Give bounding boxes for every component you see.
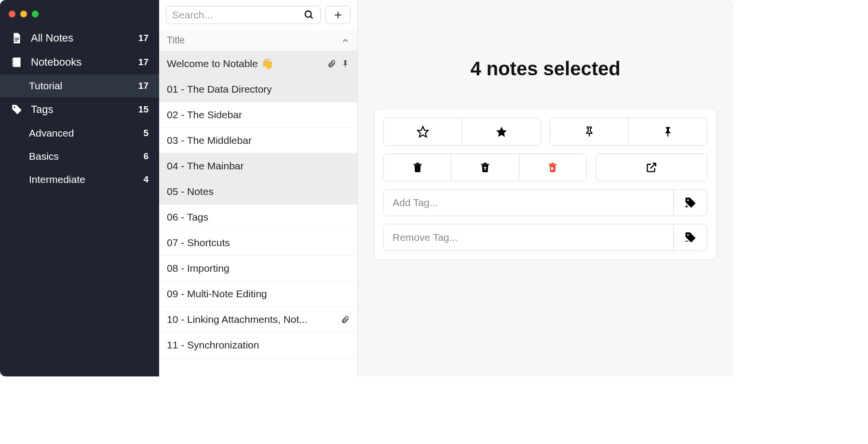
sidebar-item-advanced[interactable]: Advanced5 xyxy=(0,122,159,145)
trash-delete-icon xyxy=(546,161,559,174)
svg-rect-10 xyxy=(345,65,346,67)
favorite-button[interactable] xyxy=(462,118,541,145)
add-tag-button[interactable]: + xyxy=(673,190,707,216)
sidebar-item-basics[interactable]: Basics6 xyxy=(0,145,159,168)
open-group xyxy=(596,153,707,181)
svg-text:−: − xyxy=(685,237,689,244)
note-list: Welcome to Notable 👋01 - The Data Direct… xyxy=(159,51,357,376)
note-title: 05 - Notes xyxy=(167,186,350,197)
sidebar-item-tags[interactable]: Tags15 xyxy=(0,97,159,122)
note-item[interactable]: 08 - Importing xyxy=(159,256,357,281)
note-title: 08 - Importing xyxy=(167,263,350,274)
trash-group xyxy=(383,153,587,181)
sidebar-item-label: All Notes xyxy=(31,32,138,44)
note-item[interactable]: 06 - Tags xyxy=(159,205,357,230)
note-title: 03 - The Middlebar xyxy=(167,135,350,146)
search-box[interactable] xyxy=(166,6,321,24)
sidebar-item-count: 17 xyxy=(138,81,149,91)
note-item[interactable]: 07 - Shortcuts xyxy=(159,230,357,256)
star-outline-icon xyxy=(417,125,429,138)
pin-filled-icon xyxy=(662,125,674,138)
trash-button[interactable] xyxy=(384,154,451,181)
sidebar-item-intermediate[interactable]: Intermediate4 xyxy=(0,168,159,191)
attachment-icon xyxy=(327,59,336,68)
note-item[interactable]: Welcome to Notable 👋 xyxy=(159,51,357,77)
attachment-icon xyxy=(341,315,350,324)
note-title: 06 - Tags xyxy=(167,211,350,223)
pin-group xyxy=(550,118,707,146)
svg-rect-0 xyxy=(13,57,20,67)
pin-outline-icon xyxy=(583,125,596,138)
note-item[interactable]: 02 - The Sidebar xyxy=(159,102,357,128)
selection-heading: 4 notes selected xyxy=(470,58,620,80)
note-title: 11 - Synchronization xyxy=(167,339,350,351)
action-row-1 xyxy=(383,118,707,146)
delete-permanently-button[interactable] xyxy=(519,154,586,181)
sidebar-item-label: Tutorial xyxy=(29,80,138,92)
note-item[interactable]: 01 - The Data Directory xyxy=(159,77,357,102)
note-title: 04 - The Mainbar xyxy=(167,160,350,172)
svg-rect-14 xyxy=(667,133,668,137)
search-row xyxy=(159,0,357,30)
remove-tag-button[interactable]: − xyxy=(673,224,707,250)
svg-rect-2 xyxy=(12,61,14,62)
svg-line-7 xyxy=(311,16,313,19)
remove-tag-row: − xyxy=(383,224,707,251)
note-item[interactable]: 09 - Multi-Note Editing xyxy=(159,281,357,307)
middlebar: Title Welcome to Notable 👋01 - The Data … xyxy=(159,0,358,376)
note-item[interactable]: 05 - Notes xyxy=(159,179,357,205)
trash-icon xyxy=(411,161,424,174)
sidebar-item-tutorial[interactable]: Tutorial17 xyxy=(0,74,159,97)
note-item[interactable]: 11 - Synchronization xyxy=(159,333,357,358)
action-row-2 xyxy=(383,153,707,181)
sidebar-item-label: Basics xyxy=(29,151,143,162)
sidebar-item-label: Tags xyxy=(31,103,138,116)
sidebar-item-notebooks[interactable]: Notebooks17 xyxy=(0,50,159,74)
sidebar: All Notes17Notebooks17Tutorial17Tags15Ad… xyxy=(0,0,159,376)
svg-text:+: + xyxy=(685,203,689,209)
remove-tag-input[interactable] xyxy=(384,224,673,250)
minimize-window-button[interactable] xyxy=(20,11,27,17)
note-title: Welcome to Notable 👋 xyxy=(167,58,327,69)
note-item[interactable]: 10 - Linking Attachments, Not... xyxy=(159,307,357,333)
sidebar-item-count: 4 xyxy=(143,174,149,185)
sidebar-item-label: Notebooks xyxy=(31,56,138,69)
sidebar-item-label: Advanced xyxy=(29,127,143,139)
svg-rect-4 xyxy=(12,65,14,66)
favorite-group xyxy=(383,118,541,146)
trash-restore-icon xyxy=(479,161,491,174)
note-title: 01 - The Data Directory xyxy=(167,83,350,95)
tag-icon xyxy=(11,103,23,116)
notebooks-icon xyxy=(11,56,23,69)
add-tag-row: + xyxy=(383,189,707,216)
new-note-button[interactable] xyxy=(326,6,351,24)
sort-header[interactable]: Title xyxy=(159,30,357,51)
svg-line-15 xyxy=(651,163,656,168)
open-external-button[interactable] xyxy=(596,154,707,181)
sidebar-item-count: 17 xyxy=(138,33,149,43)
close-window-button[interactable] xyxy=(9,11,15,17)
restore-button[interactable] xyxy=(451,154,519,181)
note-item[interactable]: 04 - The Mainbar xyxy=(159,153,357,179)
multi-edit-panel: + − xyxy=(374,109,717,260)
sidebar-item-count: 15 xyxy=(138,104,149,115)
add-tag-input[interactable] xyxy=(384,190,673,216)
maximize-window-button[interactable] xyxy=(32,11,39,17)
note-title: 10 - Linking Attachments, Not... xyxy=(167,314,341,325)
search-input[interactable] xyxy=(172,9,304,21)
note-status-icons xyxy=(327,59,350,68)
plus-icon xyxy=(333,10,343,20)
svg-point-6 xyxy=(305,11,312,17)
svg-point-18 xyxy=(687,234,689,236)
svg-marker-12 xyxy=(496,126,507,137)
pin-button[interactable] xyxy=(629,118,707,145)
note-item[interactable]: 03 - The Middlebar xyxy=(159,128,357,153)
sidebar-item-all-notes[interactable]: All Notes17 xyxy=(0,26,159,50)
unfavorite-button[interactable] xyxy=(384,118,462,145)
svg-point-5 xyxy=(14,107,15,108)
sidebar-item-count: 17 xyxy=(138,57,149,68)
tag-add-icon: + xyxy=(684,196,697,209)
svg-point-16 xyxy=(687,199,689,201)
unpin-button[interactable] xyxy=(550,118,629,145)
mainbar: 4 notes selected xyxy=(358,0,733,376)
